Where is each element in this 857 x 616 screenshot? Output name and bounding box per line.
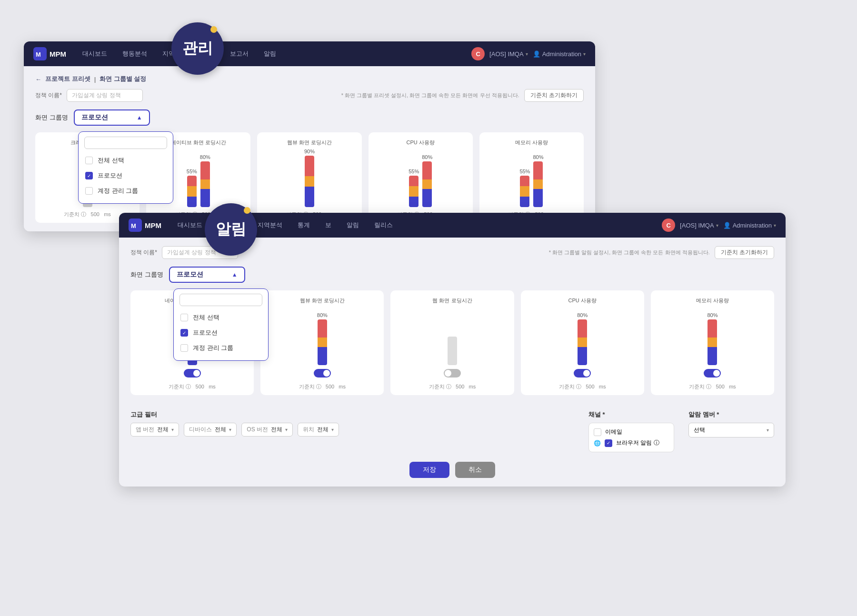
reset-button-1[interactable]: 기준치 초기화하기 [524,89,584,102]
channel-email-label: 이메일 [605,428,622,436]
nav-env-1[interactable]: [AOS] IMQA ▾ [489,50,528,58]
metric-card-memory: 메모리 사용량 55% 80% [479,132,584,223]
logo-text-1: MPM [50,50,66,58]
logo-icon-1: M [33,47,47,60]
checkbox-promo-1[interactable]: ✓ [85,172,93,179]
channel-browser[interactable]: 🌐 ✓ 브라우저 알림 ⓘ [594,439,669,447]
logo-2: M MPM [129,219,161,232]
dropdown-chevron-1: ▲ [137,114,142,121]
nav-admin-1[interactable]: 👤 Administration ▾ [533,50,586,58]
breadcrumb-sep-1: | [94,76,96,83]
nav-bo-2[interactable]: 보 [319,219,337,231]
dropdown-search-1[interactable] [84,137,167,149]
screen-group-label-2: 화면 그룹명 [130,270,163,279]
dropdown-item-account-1[interactable]: 계정 관리 그룹 [79,183,173,199]
metric-card-web-2: 웹뷰 화면 로딩시간 80% [260,290,384,395]
metric-card-webscreen-2: 웹 화면 로딩시간 기준치 ⓘ 500 ms [390,290,514,395]
bubble-guan-label: 관리 [182,38,213,59]
dropdown-menu-2: 전체 선택 ✓ 프로모션 계정 관리 그룹 [173,288,269,361]
baseline-webscreen-2: 기준치 ⓘ 500 ms [429,383,476,390]
dropdown-trigger-1[interactable]: 프로모션 ▲ [74,109,150,126]
dropdown-chevron-2: ▲ [232,271,238,278]
channel-title: 채널 * [588,410,674,419]
logo-text-2: MPM [145,221,161,229]
svg-text:M: M [36,51,41,58]
dropdown-item-promo-1[interactable]: ✓ 프로모션 [79,168,173,183]
nav-region-2[interactable]: 지역분석 [252,219,288,231]
screen-group-row-2: 화면 그룹명 프로모션 ▲ 전체 선택 ✓ 프로모션 [130,267,774,283]
checkbox-all-2[interactable] [180,314,188,321]
checkbox-account-2[interactable] [180,344,188,352]
nav-dashboard-2[interactable]: 대시보드 [172,219,208,231]
checkbox-account-1[interactable] [85,187,93,195]
reset-button-2[interactable]: 기준치 초기화하기 [715,246,774,259]
nav-alert-1[interactable]: 알림 [258,48,282,60]
policy-label-1: 정책 이름* [35,91,62,99]
breadcrumb-1: ← 프로젝트 프리셋 | 화면 그룹별 설정 [35,75,584,83]
content-2: 정책 이름* 가입설계 상링 정책 * 화면 그룹별 알림 설정시, 화면 그룹… [119,238,786,487]
breadcrumb-page-1: 화면 그룹별 설정 [100,75,146,83]
toggle-webscreen-2[interactable] [444,369,461,378]
dropdown-trigger-2[interactable]: 프로모션 ▲ [169,267,245,283]
dropdown-selected-text-1: 프로모션 [81,113,108,122]
save-button[interactable]: 저장 [409,462,449,478]
window-card-1: M MPM 대시보드 행동분석 지역분석 통계 보고서 알림 C [AOS] I… [24,41,595,231]
filter-row-2: 앱 버전 전체 ▾ 디바이스 전체 ▾ OS 버전 전체 ▾ [130,423,574,437]
nav-report-1[interactable]: 보고서 [224,48,254,60]
window-card-2: M MPM 대시보드 행동분석 지역분석 통계 보 알림 릴리스 C [AOS]… [119,213,786,487]
dropdown-item-label-account-1: 계정 관리 그룹 [98,187,138,195]
checkbox-all-1[interactable] [85,157,93,164]
metric-title-web: 웹뷰 화면 로딩시간 [287,139,332,146]
policy-input-1[interactable]: 가입설계 상링 정책 [67,89,143,102]
checkbox-email[interactable] [594,428,601,436]
action-row: 저장 취소 [130,462,774,478]
bubble-alrim: 알림 [205,203,257,256]
alert-member-title: 알람 멤버 * [688,410,774,419]
alert-member-placeholder: 선택 [694,426,705,434]
nav-admin-2[interactable]: 👤 Administration ▾ [723,222,776,229]
screen-group-label-1: 화면 그룹명 [35,113,68,122]
alert-member-select[interactable]: 선택 ▾ [688,423,774,437]
dropdown-item-label-promo-2: 프로모션 [193,328,218,337]
toggle-native-2[interactable] [184,369,201,378]
baseline-native-2: 기준치 ⓘ 500 ms [169,383,215,390]
env-chevron-1: ▾ [526,51,528,57]
logo-1: M MPM [33,47,66,60]
filter-app-version[interactable]: 앱 버전 전체 ▾ [130,423,179,437]
checkbox-browser[interactable]: ✓ [605,439,612,447]
person-icon-1: 👤 [533,50,540,58]
channel-email[interactable]: 이메일 [594,428,669,436]
avatar-2: C [662,219,675,232]
toggle-memory-2[interactable] [704,369,721,378]
dropdown-item-all-1[interactable]: 전체 선택 [79,153,173,168]
hint-text-1: * 화면 그룹별 프리셋 설정시, 화면 그룹에 속한 모든 화면에 우선 적용… [148,92,519,99]
dropdown-item-all-2[interactable]: 전체 선택 [174,310,268,325]
filter-device[interactable]: 디바이스 전체 ▾ [184,423,237,437]
baseline-web-2: 기준치 ⓘ 500 ms [299,383,346,390]
filter-os-version[interactable]: OS 버전 전체 ▾ [241,423,293,437]
policy-row-1: 정책 이름* 가입설계 상링 정책 * 화면 그룹별 프리셋 설정시, 화면 그… [35,89,584,102]
nav-dashboard-1[interactable]: 대시보드 [77,48,113,60]
bubble-guan: 관리 [171,22,224,75]
nav-release-2[interactable]: 릴리스 [369,219,399,231]
dropdown-item-promo-2[interactable]: ✓ 프로모션 [174,325,268,340]
nav-stats-2[interactable]: 통계 [292,219,316,231]
nav-env-2[interactable]: [AOS] IMQA ▾ [680,222,718,229]
filter-location[interactable]: 위치 전체 ▾ [298,423,339,437]
checkbox-promo-2[interactable]: ✓ [180,329,188,337]
back-arrow-1[interactable]: ← [35,76,41,83]
dropdown-item-label-all-1: 전체 선택 [98,156,124,165]
content-1: ← 프로젝트 프리셋 | 화면 그룹별 설정 정책 이름* 가입설계 상링 정책… [24,66,595,231]
logo-icon-2: M [129,219,142,232]
channel-checks: 이메일 🌐 ✓ 브라우저 알림 ⓘ [588,423,674,452]
dropdown-item-account-2[interactable]: 계정 관리 그룹 [174,340,268,356]
nav-behavior-1[interactable]: 행동분석 [117,48,153,60]
dropdown-search-2[interactable] [179,294,262,306]
nav-right-1: C [AOS] IMQA ▾ 👤 Administration ▾ [471,47,586,60]
toggle-web-2[interactable] [314,369,331,378]
nav-alert-2[interactable]: 알림 [341,219,365,231]
toggle-cpu-2[interactable] [574,369,591,378]
cancel-button[interactable]: 취소 [455,462,495,478]
advanced-filter-title: 고급 필터 [130,410,574,419]
metric-card-memory-2: 메모리 사용량 80% [651,290,774,395]
